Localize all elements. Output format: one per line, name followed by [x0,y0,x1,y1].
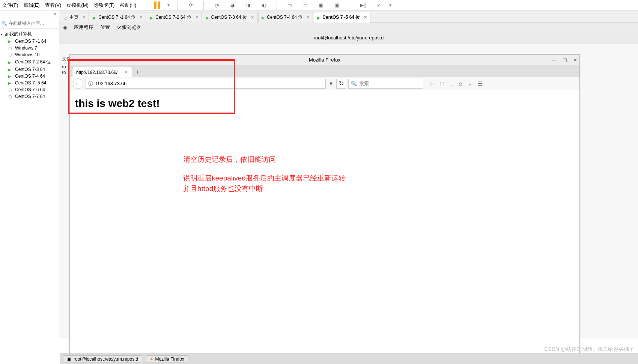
search-engine-icon: 🔍 [351,81,357,86]
firefox-titlebar[interactable]: Mozilla Firefox ― ▢ ✕ [70,55,579,65]
firefox-tab[interactable]: http://192.168.73.66/ ✕ [72,67,132,77]
capture-button[interactable]: ◐ [259,0,269,11]
taskbar-item-terminal[interactable]: ▣ root@localhost:/etc/yum.repos.d [63,355,142,363]
collapse-icon[interactable]: ▪ [1,32,2,37]
sidebar-item-vm[interactable]: Windows 7 [1,45,58,51]
minimize-button[interactable]: ― [552,57,557,63]
vmware-menubar: 文件(F) 编辑(E) 查看(V) 虚拟机(M) 选项卡(T) 帮助(H) ▾ … [0,0,638,11]
search-box[interactable]: 🔍 搜索 [348,79,423,89]
stretch-dropdown-icon[interactable]: ▾ [389,2,392,8]
snapshot-manager-button[interactable]: ◑ [243,0,253,11]
vm-running-icon [93,15,96,20]
tab-close-icon[interactable]: ✕ [139,15,143,20]
vm-running-icon [150,15,153,20]
url-text: 192.168.73.66 [95,81,126,86]
url-bar[interactable]: ⓘ 192.168.73.66 [86,79,326,89]
tab-close-icon[interactable]: ✕ [251,15,254,20]
gnome-places[interactable]: 位置 [100,24,110,31]
computer-icon [4,32,8,37]
tab-label: CentOS 7 -5 64 位 [322,14,360,21]
vm-off-icon [8,45,14,51]
maximize-button[interactable]: ▢ [563,57,567,63]
tab-close-icon[interactable]: ✕ [306,15,310,20]
snapshot-button[interactable]: ◔ [211,0,222,11]
menu-edit[interactable]: 编辑(E) [24,2,40,9]
vmware-tab[interactable]: CentOS 7 -1 64 位✕ [90,12,146,23]
sidebar-item-vm[interactable]: CentOS 7 -1 64 [1,38,58,45]
gnome-menu-icon[interactable]: ◆ [63,24,67,30]
sidebar-item-vm[interactable]: CentOS 7-7 64 [1,93,58,100]
vm-running-icon [206,15,209,20]
sidebar-search-input[interactable] [7,20,66,27]
downloads-icon[interactable]: ↓ [451,80,454,87]
search-placeholder: 搜索 [359,80,369,87]
search-icon: 🔍 [2,21,7,26]
firefox-newtab-button[interactable]: + [132,67,143,77]
back-button[interactable]: ← [73,78,83,89]
menu-vm[interactable]: 虚拟机(M) [66,2,89,9]
gnome-topbar: ◆ 应用程序 位置 火狐浏览器 [59,23,638,32]
bookmarks-icon[interactable]: ▯▯ [439,80,445,87]
vmware-tab[interactable]: 主页✕ [61,12,89,23]
firefox-tabbar: http://192.168.73.66/ ✕ + [70,65,579,77]
sidebar-item-vm[interactable]: CentOS 7-2 64 位 [1,58,58,66]
vm-running-icon [8,74,14,79]
home-icon[interactable]: ⌂ [459,80,462,87]
info-icon[interactable]: ⓘ [88,80,93,87]
view-thumb-button[interactable]: ▭ [300,0,311,11]
pocket-icon[interactable]: ⌄ [468,80,472,87]
view-single-button[interactable]: ▭ [284,0,295,11]
sidebar-item-vm[interactable]: Windows 10 [1,51,58,58]
terminal-title-text: root@localhost:/etc/yum.repos.d [314,35,384,41]
vmware-tab[interactable]: CentOS 7-2 64 位✕ [147,12,202,23]
fullscreen-button[interactable]: ▶▯ [358,0,368,11]
vm-running-icon [8,80,14,86]
menu-hamburger-icon[interactable]: ☰ [478,80,483,87]
annotation-text-2: 说明重启keepalived服务后的主调度器已经重新运转 [183,173,346,184]
view-unity-button[interactable]: ▣ [316,0,327,11]
menu-tabs[interactable]: 选项卡(T) [94,2,115,9]
separator [144,1,144,10]
sidebar-close-icon[interactable]: ✕ [53,12,57,17]
vmware-tab[interactable]: CentOS 7-3 64 位✕ [203,12,257,23]
vm-off-icon [8,94,14,99]
send-ctrl-alt-del-button[interactable]: ⟳ [185,0,196,11]
tree-root[interactable]: ▪ 我的计算机 [1,30,58,38]
sidebar-item-label: Windows 10 [15,52,39,57]
vmware-tab[interactable]: CentOS 7 -5 64 位✕ [314,12,370,23]
gnome-firefox[interactable]: 火狐浏览器 [117,24,141,31]
pause-button[interactable] [152,0,162,11]
taskbar-item-firefox[interactable]: ● Mozilla Firefox [146,355,188,363]
sidebar-item-vm[interactable]: CentOS 7-6 64 [1,86,58,93]
reload-button[interactable]: ↻ [336,79,346,89]
firefox-title-text: Mozilla Firefox [309,57,340,63]
gnome-applications[interactable]: 应用程序 [74,24,93,31]
sidebar-item-label: CentOS 7-3 64 [15,67,45,72]
menu-view[interactable]: 查看(V) [45,2,61,9]
stretch-button[interactable]: ⤢ [373,0,384,11]
tab-close-icon[interactable]: ✕ [82,15,86,20]
vmware-tabs: 主页✕CentOS 7 -1 64 位✕CentOS 7-2 64 位✕Cent… [59,11,638,23]
firefox-window: Mozilla Firefox ― ▢ ✕ http://192.168.73.… [69,54,580,355]
separator [178,1,178,10]
snapshot-revert-button[interactable]: ◕ [227,0,238,11]
view-console-button[interactable]: ▣ [332,0,342,11]
tab-close-icon[interactable]: ✕ [195,15,199,20]
close-button[interactable]: ✕ [573,57,577,63]
sidebar-item-label: CentOS 7 -5 64 [15,80,46,86]
firefox-icon: ● [150,356,153,362]
bookmark-star-icon[interactable]: ☆ [429,80,434,87]
sidebar-item-vm[interactable]: CentOS 7 -5 64 [1,80,58,86]
menu-file[interactable]: 文件(F) [2,2,18,9]
sidebar-item-label: CentOS 7 -1 64 [15,39,46,44]
menu-help[interactable]: 帮助(H) [120,2,136,9]
vmware-tab[interactable]: CentOS 7-4 64 位✕ [258,12,313,23]
firefox-tab-close-icon[interactable]: ✕ [124,70,128,75]
tab-close-icon[interactable]: ✕ [364,15,367,20]
sidebar-item-vm[interactable]: CentOS 7-3 64 [1,66,58,73]
partial-label: ro [62,64,66,69]
sidebar-item-vm[interactable]: CentOS 7-4 64 [1,73,58,80]
page-heading: this is web2 test! [75,98,574,110]
url-dropdown-icon[interactable]: ▾ [328,80,334,87]
pause-dropdown-icon[interactable]: ▾ [167,2,170,8]
